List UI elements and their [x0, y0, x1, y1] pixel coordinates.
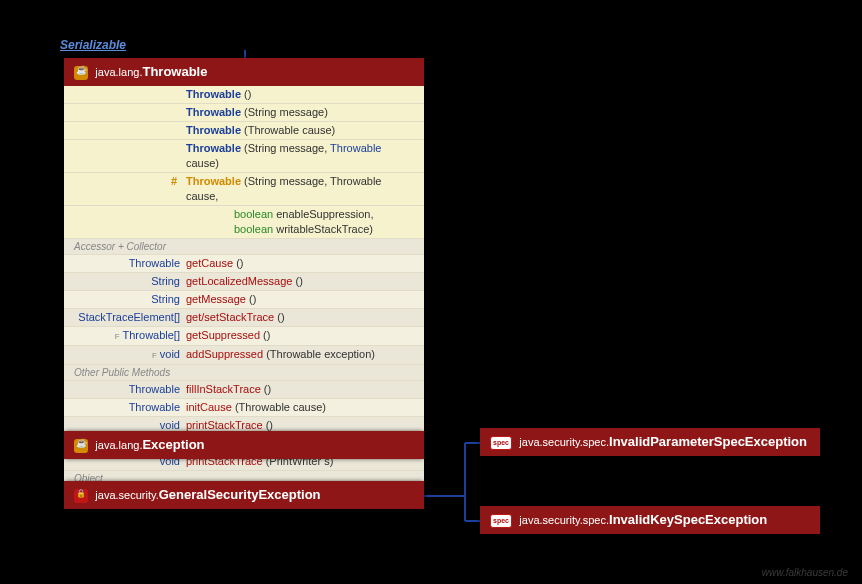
- method-row: StringgetMessage (): [64, 291, 424, 309]
- class-name: InvalidKeySpecException: [609, 512, 767, 527]
- spec-icon: spec: [490, 436, 512, 450]
- lock-icon: [74, 489, 88, 503]
- method-row: StringgetLocalizedMessage (): [64, 273, 424, 291]
- method-row: ThrowableinitCause (Throwable cause): [64, 399, 424, 417]
- package-label: java.security.: [95, 489, 158, 501]
- class-exception[interactable]: java.lang.Exception: [64, 431, 424, 459]
- method-row: StackTraceElement[]get/setStackTrace (): [64, 309, 424, 327]
- spec-icon: spec: [490, 514, 512, 528]
- method-row: ThrowablefillInStackTrace (): [64, 381, 424, 399]
- ctor-row-protected: #Throwable (String message, Throwable ca…: [64, 173, 424, 206]
- package-label: java.lang.: [95, 66, 142, 78]
- coffee-icon: [74, 439, 88, 453]
- class-invalid-parameter-spec-exception[interactable]: spec java.security.spec.InvalidParameter…: [480, 428, 820, 456]
- class-name: Exception: [142, 437, 204, 452]
- method-row: FThrowable[]getSuppressed (): [64, 327, 424, 346]
- coffee-icon: [74, 66, 88, 80]
- package-label: java.security.spec.: [519, 436, 609, 448]
- method-row: ThrowablegetCause (): [64, 255, 424, 273]
- class-name: GeneralSecurityException: [159, 487, 321, 502]
- package-label: java.lang.: [95, 439, 142, 451]
- section-accessor: Accessor + Collector: [64, 239, 424, 255]
- class-name: Throwable: [142, 64, 207, 79]
- class-general-security-exception[interactable]: java.security.GeneralSecurityException: [64, 481, 424, 509]
- class-name: InvalidParameterSpecException: [609, 434, 807, 449]
- class-throwable-header: java.lang.Throwable: [64, 58, 424, 86]
- class-ikse-header: spec java.security.spec.InvalidKeySpecEx…: [480, 506, 820, 534]
- ctor-row: Throwable (String message): [64, 104, 424, 122]
- section-other: Other Public Methods: [64, 365, 424, 381]
- class-invalid-key-spec-exception[interactable]: spec java.security.spec.InvalidKeySpecEx…: [480, 506, 820, 534]
- class-ipse-header: spec java.security.spec.InvalidParameter…: [480, 428, 820, 456]
- ctor-row: Throwable (Throwable cause): [64, 122, 424, 140]
- class-gse-header: java.security.GeneralSecurityException: [64, 481, 424, 509]
- ctor-row: Throwable (): [64, 86, 424, 104]
- ctor-row-protected-cont: boolean enableSuppression, boolean writa…: [64, 206, 424, 239]
- method-row: FvoidaddSuppressed (Throwable exception): [64, 346, 424, 365]
- package-label: java.security.spec.: [519, 514, 609, 526]
- ctor-row: Throwable (String message, Throwable cau…: [64, 140, 424, 173]
- class-exception-header: java.lang.Exception: [64, 431, 424, 459]
